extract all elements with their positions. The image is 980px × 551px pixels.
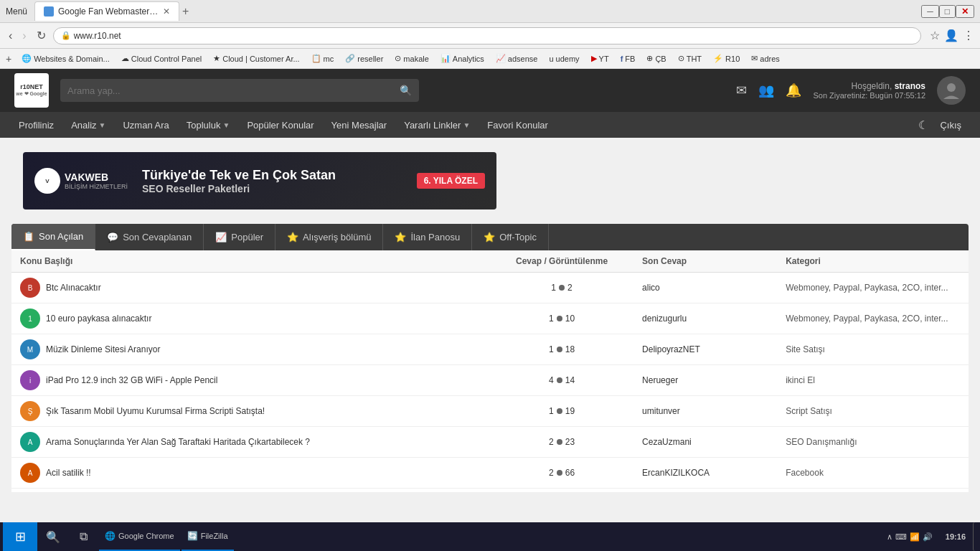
refresh-button[interactable]: ↻ — [34, 27, 49, 44]
forward-button[interactable]: › — [19, 28, 29, 44]
tab-icon: ⭐ — [287, 232, 298, 242]
bookmark-cloud-panel[interactable]: ☁ Cloud Control Panel — [117, 52, 206, 65]
bell-icon[interactable]: 🔔 — [786, 83, 801, 98]
url-bar[interactable]: 🔒 www.r10.net — [53, 27, 921, 44]
forum-tab-alisveris[interactable]: ⭐ Alışveriş bölümü — [275, 224, 383, 250]
nav-populer-label: Popüler Konular — [247, 120, 314, 131]
last-reply-user[interactable]: ErcanKIZILKOCA — [642, 468, 710, 478]
last-reply-user[interactable]: CezaUzmani — [642, 437, 692, 447]
mail-icon[interactable]: ✉ — [736, 83, 747, 98]
new-tab-button[interactable]: + — [182, 5, 189, 18]
topic-title[interactable]: 10 euro paykasa alınacaktır — [46, 314, 151, 324]
topic-title[interactable]: Şık Tasarım Mobil Uyumu Kurumsal Firma S… — [46, 406, 265, 416]
bookmark-r10[interactable]: ⚡ R10 — [709, 52, 744, 65]
keyboard-icon[interactable]: ⌨ — [895, 532, 907, 542]
url-lock-icon: 🔒 — [61, 31, 71, 40]
network-icon[interactable]: 📶 — [910, 532, 920, 542]
forum-tab-ilan[interactable]: ⭐ İlan Panosu — [383, 224, 472, 250]
settings-button[interactable]: ⋮ — [963, 29, 974, 42]
nav-item-analiz[interactable]: Analiz ▼ — [64, 116, 113, 135]
nav-profile-label: Profiliniz — [19, 120, 54, 131]
nav-item-populer[interactable]: Popüler Konular — [240, 116, 321, 135]
window-close-button[interactable]: ✕ — [956, 5, 974, 18]
view-count: 10 — [565, 314, 575, 324]
bookmark-mc[interactable]: 📋 mc — [307, 52, 339, 65]
browser-titlebar: Menü Google Fan Webmaster Fo... ✕ + ─ □ … — [0, 0, 980, 23]
bookmark-icon: ⊙ — [678, 54, 684, 63]
search-icon[interactable]: 🔍 — [400, 85, 412, 96]
forum-tab-off-topic[interactable]: ⭐ Off-Topic — [472, 224, 549, 250]
start-button[interactable]: ⊞ — [3, 522, 37, 551]
topic-title[interactable]: Btc Alınacaktır — [46, 283, 101, 293]
bookmark-cloud-customer[interactable]: ★ Cloud | Customer Ar... — [209, 52, 303, 65]
header-greeting: Hoşgeldin, stranos — [813, 81, 925, 91]
user-button[interactable]: 👤 — [944, 29, 958, 42]
bookmark-websites[interactable]: 🌐 Websites & Domain... — [17, 52, 114, 65]
open-app-label: Google Chrome — [118, 532, 174, 540]
last-reply-user[interactable]: alico — [642, 283, 660, 293]
last-reply-user[interactable]: umitunver — [642, 406, 680, 416]
tab-label: Off-Topic — [499, 232, 537, 242]
dark-mode-icon[interactable]: ☾ — [918, 118, 928, 132]
open-app-browser[interactable]: 🌐 Google Chrome — [99, 522, 180, 551]
browser-tab[interactable]: Google Fan Webmaster Fo... ✕ — [34, 1, 179, 21]
open-app-filezilla[interactable]: 🔄 FileZilla — [182, 522, 234, 551]
nav-right: ☾ Çıkış — [918, 116, 969, 135]
topic-title[interactable]: Arama Sonuçlarında Yer Alan Sağ Taraftak… — [46, 437, 310, 447]
nav-item-uzman[interactable]: Uzman Ara — [116, 116, 176, 135]
bookmark-yt[interactable]: ▶ YT — [587, 52, 613, 65]
search-input[interactable] — [67, 85, 394, 96]
forum-container: 📋 Son Açılan 💬 Son Cevaplanan 📈 Popüler … — [11, 224, 969, 492]
topic-avatar: Ş — [20, 401, 40, 421]
nav-item-mesajlar[interactable]: Yeni Mesajlar — [324, 116, 395, 135]
forum-tab-populer[interactable]: 📈 Popüler — [204, 224, 275, 250]
user-avatar[interactable] — [937, 76, 966, 105]
bookmark-analytics[interactable]: 📊 Analytics — [436, 52, 489, 65]
nav-item-linkler[interactable]: Yararlı Linkler ▼ — [397, 116, 477, 135]
logout-button[interactable]: Çıkış — [933, 116, 969, 135]
search-bar[interactable]: 🔍 — [60, 79, 419, 102]
forum-tab-son-acilan[interactable]: 📋 Son Açılan — [11, 224, 95, 250]
task-view-button[interactable]: ⧉ — [69, 522, 98, 551]
bookmark-cb[interactable]: ⊕ ÇB — [642, 52, 670, 65]
window-maximize-button[interactable]: □ — [939, 5, 956, 18]
nav-item-favori[interactable]: Favori Konular — [480, 116, 555, 135]
bookmark-icon: ☁ — [121, 54, 129, 63]
window-minimize-button[interactable]: ─ — [921, 5, 939, 18]
last-reply-user[interactable]: DelipoyrazNET — [642, 344, 700, 354]
bookmark-makale[interactable]: ⊙ makale — [390, 52, 433, 65]
bookmark-star-button[interactable]: ☆ — [930, 29, 940, 42]
topic-title[interactable]: iPad Pro 12.9 inch 32 GB WiFi - Apple Pe… — [46, 375, 217, 385]
search-button[interactable]: 🔍 — [39, 522, 67, 551]
browser-menu-label[interactable]: Menü — [6, 6, 27, 17]
site-nav: Profiliniz Analiz ▼ Uzman Ara Topluluk ▼… — [0, 112, 980, 138]
nav-item-topluluk[interactable]: Topluluk ▼ — [179, 116, 237, 135]
add-bookmark-button[interactable]: + — [6, 53, 11, 65]
taskbar-clock[interactable]: 19:16 — [940, 532, 971, 541]
bookmark-fb[interactable]: f FB — [616, 53, 640, 65]
separator-dot — [557, 347, 562, 352]
bookmark-reseller[interactable]: 🔗 reseller — [341, 52, 387, 65]
col-son: Son Cevap — [633, 250, 777, 273]
forum-tab-son-cevaplanan[interactable]: 💬 Son Cevaplanan — [95, 224, 204, 250]
view-count: 2 — [567, 283, 573, 293]
bookmark-udemy[interactable]: u udemy — [545, 53, 583, 65]
last-reply-user[interactable]: denizugurlu — [642, 314, 687, 324]
back-button[interactable]: ‹ — [6, 28, 15, 44]
site-logo[interactable]: r10NET we ❤ Google — [14, 73, 49, 108]
header-user-info: Hoşgeldin, stranos Son Ziyaretiniz: Bugü… — [813, 81, 925, 100]
users-icon[interactable]: 👥 — [758, 83, 774, 98]
show-desktop-button[interactable] — [973, 522, 977, 551]
tab-close-button[interactable]: ✕ — [163, 6, 170, 17]
banner[interactable]: V VAKWEB BİLİŞİM HİZMETLERİ Türkiye'de T… — [23, 152, 496, 209]
sound-icon[interactable]: 🔊 — [923, 532, 933, 542]
bookmark-adres[interactable]: ✉ adres — [747, 52, 784, 65]
tray-chevron[interactable]: ∧ — [887, 532, 892, 542]
last-reply-user[interactable]: Nerueger — [642, 375, 678, 385]
bookmark-tht[interactable]: ⊙ THT — [674, 52, 706, 65]
topic-title[interactable]: Müzik Dinleme Sitesi Aranıyor — [46, 344, 160, 354]
topic-title[interactable]: Acil satilik !! — [46, 468, 91, 478]
bookmark-adsense[interactable]: 📈 adsense — [491, 52, 542, 65]
nav-item-profile[interactable]: Profiliniz — [11, 116, 61, 135]
separator-dot — [557, 470, 562, 476]
